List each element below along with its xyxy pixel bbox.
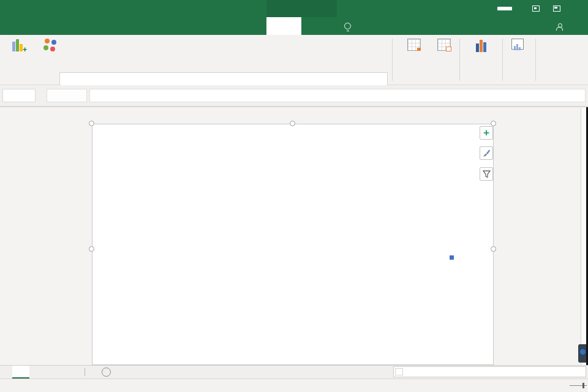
formula-input[interactable]: [89, 89, 586, 102]
chart-tools-label: [266, 0, 337, 17]
chart-handle-middle-left[interactable]: [89, 246, 94, 252]
change-colors-button[interactable]: [36, 37, 65, 55]
chart-handle-top-left[interactable]: [89, 121, 94, 126]
tab-design[interactable]: [266, 17, 301, 35]
person-icon: [556, 23, 562, 29]
quick-access-toolbar: [9, 0, 28, 17]
sheet-tab-divider: [85, 368, 85, 376]
move-chart-icon: [510, 37, 526, 53]
worksheet-area: +: [0, 107, 588, 365]
move-chart-button[interactable]: [505, 37, 532, 55]
share-button[interactable]: [556, 17, 588, 35]
ribbon-display-options-icon: [532, 6, 540, 12]
ribbon: +: [0, 35, 588, 85]
sheet-tab-bar: [0, 365, 588, 379]
add-chart-element-button[interactable]: +: [1, 37, 36, 55]
name-box[interactable]: [2, 89, 36, 102]
chart-handle-middle-right[interactable]: [491, 246, 496, 252]
status-bar: [0, 379, 588, 392]
paintbrush-icon: [482, 149, 491, 157]
change-chart-type-icon: [473, 37, 489, 53]
add-chart-element-icon: +: [10, 37, 26, 53]
chart-object[interactable]: +: [92, 124, 494, 365]
restore-icon: [553, 6, 560, 12]
horizontal-scrollbar[interactable]: [393, 366, 586, 377]
change-chart-type-button[interactable]: [463, 37, 500, 55]
new-sheet-button[interactable]: [102, 368, 111, 377]
chart-handle-top-right[interactable]: [491, 121, 496, 126]
chart-legend[interactable]: [450, 255, 456, 260]
change-colors-icon: [42, 37, 58, 53]
sheet-tab-chart1[interactable]: [12, 366, 29, 379]
select-data-button[interactable]: [432, 37, 457, 55]
legend-swatch: [450, 255, 454, 260]
tell-me-box[interactable]: [344, 17, 356, 35]
close-window-button[interactable]: [567, 0, 588, 17]
restore-window-button[interactable]: [546, 0, 567, 17]
ribbon-display-options-button[interactable]: [526, 0, 546, 17]
title-bar: [0, 0, 588, 17]
vertical-scrollbar[interactable]: [581, 108, 586, 365]
tab-format[interactable]: [301, 17, 337, 35]
chart-elements-button[interactable]: +: [480, 126, 493, 140]
chart-handle-top-center[interactable]: [290, 121, 295, 126]
zoom-slider-thumb[interactable]: [582, 383, 584, 388]
sheet-tab-sheet1[interactable]: [48, 366, 65, 379]
excel-window: +: [0, 0, 588, 392]
scroll-left-icon[interactable]: [395, 368, 403, 375]
ribbon-tab-row: [0, 17, 588, 35]
formula-bar: [0, 85, 588, 107]
switch-row-column-icon: [407, 37, 423, 53]
funnel-icon: [483, 170, 491, 178]
chart-style-button[interactable]: [480, 146, 493, 160]
chart-filters-button[interactable]: [480, 167, 493, 181]
sign-in-button[interactable]: [497, 7, 512, 10]
lightbulb-icon: [344, 23, 351, 29]
switch-row-column-button[interactable]: [397, 37, 432, 55]
select-data-icon: [437, 37, 453, 53]
